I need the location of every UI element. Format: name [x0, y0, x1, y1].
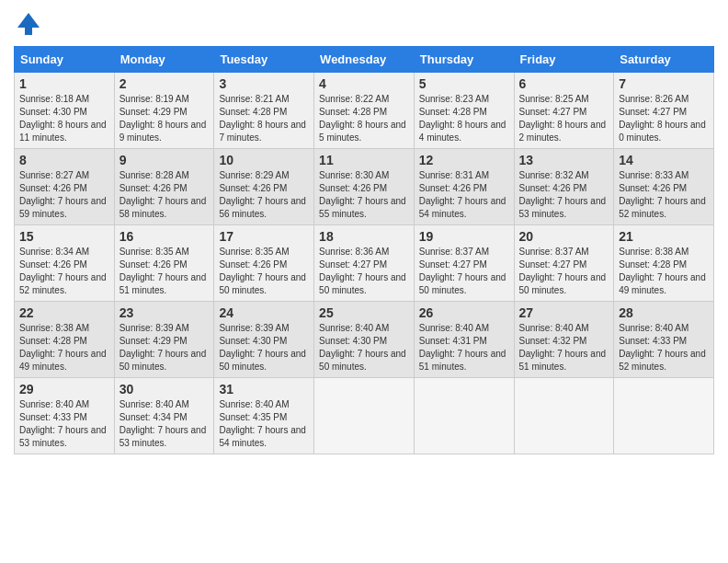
calendar-week-row: 29Sunrise: 8:40 AMSunset: 4:33 PMDayligh…: [15, 378, 714, 454]
day-number: 10: [219, 153, 309, 167]
day-info: Sunrise: 8:40 AMSunset: 4:32 PMDaylight:…: [519, 322, 609, 373]
day-number: 29: [19, 382, 109, 396]
day-number: 28: [619, 305, 709, 320]
day-number: 31: [219, 382, 309, 396]
calendar-cell: 18Sunrise: 8:36 AMSunset: 4:27 PMDayligh…: [314, 225, 415, 302]
day-number: 7: [619, 76, 709, 91]
day-info: Sunrise: 8:40 AMSunset: 4:31 PMDaylight:…: [419, 322, 509, 373]
day-number: 2: [119, 76, 210, 91]
calendar-cell: 9Sunrise: 8:28 AMSunset: 4:26 PMDaylight…: [114, 149, 214, 225]
calendar-week-row: 1Sunrise: 8:18 AMSunset: 4:30 PMDaylight…: [15, 73, 714, 149]
calendar-cell: 15Sunrise: 8:34 AMSunset: 4:26 PMDayligh…: [15, 225, 115, 302]
day-info: Sunrise: 8:21 AMSunset: 4:28 PMDaylight:…: [219, 93, 309, 144]
calendar-cell: 30Sunrise: 8:40 AMSunset: 4:34 PMDayligh…: [114, 378, 214, 454]
calendar-week-row: 15Sunrise: 8:34 AMSunset: 4:26 PMDayligh…: [15, 225, 714, 302]
calendar-cell: 2Sunrise: 8:19 AMSunset: 4:29 PMDaylight…: [114, 73, 214, 149]
calendar-cell: 28Sunrise: 8:40 AMSunset: 4:33 PMDayligh…: [614, 302, 714, 378]
day-number: 9: [119, 153, 210, 167]
header-thursday: Thursday: [414, 47, 514, 73]
calendar-cell: 13Sunrise: 8:32 AMSunset: 4:26 PMDayligh…: [514, 149, 614, 225]
calendar-cell: 7Sunrise: 8:26 AMSunset: 4:27 PMDaylight…: [614, 73, 714, 149]
day-info: Sunrise: 8:30 AMSunset: 4:26 PMDaylight:…: [319, 169, 409, 221]
logo: [14, 9, 47, 39]
calendar-table: SundayMondayTuesdayWednesdayThursdayFrid…: [14, 46, 714, 454]
day-info: Sunrise: 8:35 AMSunset: 4:26 PMDaylight:…: [219, 246, 309, 297]
day-info: Sunrise: 8:40 AMSunset: 4:30 PMDaylight:…: [319, 322, 409, 373]
calendar-cell: 20Sunrise: 8:37 AMSunset: 4:27 PMDayligh…: [514, 225, 614, 302]
day-number: 11: [319, 153, 409, 167]
calendar-cell: 22Sunrise: 8:38 AMSunset: 4:28 PMDayligh…: [15, 302, 115, 378]
calendar-cell: 16Sunrise: 8:35 AMSunset: 4:26 PMDayligh…: [114, 225, 214, 302]
day-info: Sunrise: 8:36 AMSunset: 4:27 PMDaylight:…: [319, 246, 409, 297]
day-info: Sunrise: 8:27 AMSunset: 4:26 PMDaylight:…: [19, 169, 109, 221]
day-number: 17: [219, 229, 309, 244]
calendar-cell: 26Sunrise: 8:40 AMSunset: 4:31 PMDayligh…: [414, 302, 514, 378]
day-info: Sunrise: 8:31 AMSunset: 4:26 PMDaylight:…: [419, 169, 509, 221]
day-number: 15: [19, 229, 109, 244]
day-info: Sunrise: 8:33 AMSunset: 4:26 PMDaylight:…: [619, 169, 709, 221]
calendar-cell: 4Sunrise: 8:22 AMSunset: 4:28 PMDaylight…: [314, 73, 415, 149]
day-info: Sunrise: 8:38 AMSunset: 4:28 PMDaylight:…: [619, 246, 709, 297]
day-number: 8: [19, 153, 109, 167]
day-info: Sunrise: 8:37 AMSunset: 4:27 PMDaylight:…: [419, 246, 509, 297]
day-number: 18: [319, 229, 409, 244]
calendar-cell: [314, 378, 415, 454]
day-info: Sunrise: 8:23 AMSunset: 4:28 PMDaylight:…: [419, 93, 509, 144]
day-info: Sunrise: 8:25 AMSunset: 4:27 PMDaylight:…: [519, 93, 609, 144]
day-number: 16: [119, 229, 210, 244]
day-info: Sunrise: 8:28 AMSunset: 4:26 PMDaylight:…: [119, 169, 210, 221]
calendar-cell: 3Sunrise: 8:21 AMSunset: 4:28 PMDaylight…: [214, 73, 314, 149]
day-info: Sunrise: 8:39 AMSunset: 4:29 PMDaylight:…: [119, 322, 210, 373]
calendar-cell: 21Sunrise: 8:38 AMSunset: 4:28 PMDayligh…: [614, 225, 714, 302]
day-info: Sunrise: 8:40 AMSunset: 4:33 PMDaylight:…: [19, 398, 109, 450]
header-sunday: Sunday: [15, 47, 115, 73]
day-info: Sunrise: 8:40 AMSunset: 4:35 PMDaylight:…: [219, 398, 309, 450]
day-number: 27: [519, 305, 609, 320]
header-monday: Monday: [114, 47, 214, 73]
day-number: 1: [19, 76, 109, 91]
calendar-week-row: 8Sunrise: 8:27 AMSunset: 4:26 PMDaylight…: [15, 149, 714, 225]
calendar-cell: 5Sunrise: 8:23 AMSunset: 4:28 PMDaylight…: [414, 73, 514, 149]
calendar-cell: 8Sunrise: 8:27 AMSunset: 4:26 PMDaylight…: [15, 149, 115, 225]
calendar-cell: 19Sunrise: 8:37 AMSunset: 4:27 PMDayligh…: [414, 225, 514, 302]
day-number: 13: [519, 153, 609, 167]
day-number: 22: [19, 305, 109, 320]
day-number: 21: [619, 229, 709, 244]
day-number: 14: [619, 153, 709, 167]
day-number: 3: [219, 76, 309, 91]
day-number: 19: [419, 229, 509, 244]
day-info: Sunrise: 8:18 AMSunset: 4:30 PMDaylight:…: [19, 93, 109, 144]
day-info: Sunrise: 8:39 AMSunset: 4:30 PMDaylight:…: [219, 322, 309, 373]
calendar-cell: 14Sunrise: 8:33 AMSunset: 4:26 PMDayligh…: [614, 149, 714, 225]
day-number: 30: [119, 382, 210, 396]
header-wednesday: Wednesday: [314, 47, 415, 73]
calendar-cell: [614, 378, 714, 454]
day-info: Sunrise: 8:19 AMSunset: 4:29 PMDaylight:…: [119, 93, 210, 144]
day-info: Sunrise: 8:35 AMSunset: 4:26 PMDaylight:…: [119, 246, 210, 297]
day-info: Sunrise: 8:32 AMSunset: 4:26 PMDaylight:…: [519, 169, 609, 221]
day-number: 24: [219, 305, 309, 320]
day-info: Sunrise: 8:38 AMSunset: 4:28 PMDaylight:…: [19, 322, 109, 373]
calendar-cell: 25Sunrise: 8:40 AMSunset: 4:30 PMDayligh…: [314, 302, 415, 378]
day-info: Sunrise: 8:26 AMSunset: 4:27 PMDaylight:…: [619, 93, 709, 144]
header-saturday: Saturday: [614, 47, 714, 73]
svg-marker-0: [17, 13, 40, 35]
calendar-cell: [514, 378, 614, 454]
day-number: 20: [519, 229, 609, 244]
calendar-cell: 31Sunrise: 8:40 AMSunset: 4:35 PMDayligh…: [214, 378, 314, 454]
day-info: Sunrise: 8:37 AMSunset: 4:27 PMDaylight:…: [519, 246, 609, 297]
calendar-cell: [414, 378, 514, 454]
day-info: Sunrise: 8:29 AMSunset: 4:26 PMDaylight:…: [219, 169, 309, 221]
header-tuesday: Tuesday: [214, 47, 314, 73]
calendar-cell: 17Sunrise: 8:35 AMSunset: 4:26 PMDayligh…: [214, 225, 314, 302]
calendar-cell: 24Sunrise: 8:39 AMSunset: 4:30 PMDayligh…: [214, 302, 314, 378]
day-number: 4: [319, 76, 409, 91]
day-info: Sunrise: 8:34 AMSunset: 4:26 PMDaylight:…: [19, 246, 109, 297]
page-header: [14, 9, 714, 39]
calendar-cell: 11Sunrise: 8:30 AMSunset: 4:26 PMDayligh…: [314, 149, 415, 225]
day-number: 26: [419, 305, 509, 320]
calendar-week-row: 22Sunrise: 8:38 AMSunset: 4:28 PMDayligh…: [15, 302, 714, 378]
day-info: Sunrise: 8:40 AMSunset: 4:34 PMDaylight:…: [119, 398, 210, 450]
day-info: Sunrise: 8:40 AMSunset: 4:33 PMDaylight:…: [619, 322, 709, 373]
calendar-header-row: SundayMondayTuesdayWednesdayThursdayFrid…: [15, 47, 714, 73]
